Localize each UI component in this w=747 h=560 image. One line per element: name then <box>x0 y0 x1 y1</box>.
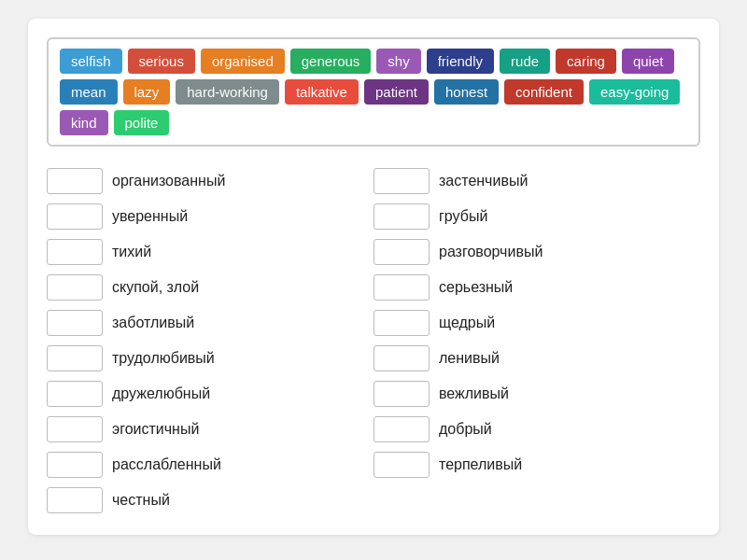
answer-box-right-8[interactable] <box>374 452 430 478</box>
answer-box-left-2[interactable] <box>47 239 103 265</box>
answer-box-right-5[interactable] <box>374 345 430 371</box>
answer-box-left-4[interactable] <box>47 310 103 336</box>
answer-box-right-6[interactable] <box>374 381 430 407</box>
word-chip-organised[interactable]: organised <box>201 49 285 74</box>
answer-box-left-5[interactable] <box>47 345 103 371</box>
match-label-left-1: уверенный <box>112 208 188 225</box>
left-match-row-3: скупой, злой <box>47 272 374 303</box>
answer-box-left-3[interactable] <box>47 274 103 301</box>
match-label-right-7: добрый <box>439 421 492 438</box>
match-label-left-6: дружелюбный <box>112 385 210 402</box>
answer-box-right-3[interactable] <box>374 274 430 301</box>
word-chip-honest[interactable]: honest <box>434 79 499 105</box>
match-label-right-2: разговорчивый <box>439 244 543 260</box>
left-match-row-6: дружелюбный <box>47 378 374 410</box>
right-match-row-1: грубый <box>374 201 700 232</box>
match-label-right-6: вежливый <box>439 385 509 402</box>
word-bank: selfishseriousorganisedgenerousshyfriend… <box>47 37 700 147</box>
match-label-right-5: ленивый <box>439 350 500 367</box>
match-label-right-1: грубый <box>439 208 487 225</box>
right-match-row-0: застенчивый <box>374 165 700 197</box>
match-label-left-2: тихий <box>112 244 151 260</box>
word-chip-patient[interactable]: patient <box>364 79 429 105</box>
word-chip-selfish[interactable]: selfish <box>60 49 122 74</box>
word-chip-mean[interactable]: mean <box>60 79 118 105</box>
answer-box-right-7[interactable] <box>374 416 430 442</box>
right-match-row-3: серьезный <box>374 272 700 303</box>
left-match-row-0: организованный <box>47 165 374 197</box>
right-match-row-6: вежливый <box>374 378 700 410</box>
right-match-row-7: добрый <box>374 413 700 445</box>
match-label-left-7: эгоистичный <box>112 421 199 438</box>
left-column: организованныйуверенныйтихийскупой, злой… <box>47 165 374 516</box>
left-match-row-4: заботливый <box>47 307 374 339</box>
answer-box-left-0[interactable] <box>47 168 103 194</box>
word-chip-lazy[interactable]: lazy <box>123 79 171 105</box>
match-label-left-8: расслабленный <box>112 456 221 473</box>
match-label-right-0: застенчивый <box>439 173 528 189</box>
word-chip-friendly[interactable]: friendly <box>427 49 494 74</box>
word-chip-hard-working[interactable]: hard-working <box>176 79 279 105</box>
match-label-right-8: терпеливый <box>439 456 522 473</box>
match-label-left-5: трудолюбивый <box>112 350 215 367</box>
answer-box-left-1[interactable] <box>47 203 103 230</box>
word-chip-generous[interactable]: generous <box>290 49 372 74</box>
match-label-left-3: скупой, злой <box>112 279 199 296</box>
answer-box-right-4[interactable] <box>374 310 430 336</box>
right-match-row-2: разговорчивый <box>374 236 700 268</box>
word-chip-caring[interactable]: caring <box>556 49 616 74</box>
main-container: selfishseriousorganisedgenerousshyfriend… <box>28 19 719 535</box>
word-chip-confident[interactable]: confident <box>504 79 584 105</box>
answer-box-right-1[interactable] <box>374 203 430 230</box>
answer-box-left-8[interactable] <box>47 452 103 478</box>
left-match-row-2: тихий <box>47 236 374 268</box>
word-chip-kind[interactable]: kind <box>60 110 108 135</box>
match-label-left-4: заботливый <box>112 315 194 331</box>
match-label-left-0: организованный <box>112 173 225 189</box>
match-label-left-9: честный <box>112 492 170 509</box>
right-match-row-5: ленивый <box>374 343 700 374</box>
word-chip-easy-going[interactable]: easy-going <box>589 79 680 105</box>
right-column: застенчивыйгрубыйразговорчивыйсерьезныйщ… <box>374 165 700 516</box>
left-match-row-9: честный <box>47 484 374 516</box>
left-match-row-5: трудолюбивый <box>47 343 374 374</box>
left-match-row-1: уверенный <box>47 201 374 232</box>
answer-box-left-7[interactable] <box>47 416 103 442</box>
word-chip-serious[interactable]: serious <box>128 49 195 74</box>
match-label-right-3: серьезный <box>439 279 513 296</box>
answer-box-left-6[interactable] <box>47 381 103 407</box>
word-chip-shy[interactable]: shy <box>376 49 420 74</box>
answer-box-right-0[interactable] <box>374 168 430 194</box>
word-chip-rude[interactable]: rude <box>500 49 550 74</box>
right-match-row-4: щедрый <box>374 307 700 339</box>
word-chip-polite[interactable]: polite <box>114 110 170 135</box>
answer-box-left-9[interactable] <box>47 487 103 513</box>
match-label-right-4: щедрый <box>439 315 495 331</box>
right-match-row-8: терпеливый <box>374 449 700 481</box>
left-match-row-8: расслабленный <box>47 449 374 481</box>
answer-box-right-2[interactable] <box>374 239 430 265</box>
left-match-row-7: эгоистичный <box>47 413 374 445</box>
word-chip-quiet[interactable]: quiet <box>622 49 675 74</box>
word-chip-talkative[interactable]: talkative <box>285 79 359 105</box>
matching-area: организованныйуверенныйтихийскупой, злой… <box>47 165 700 516</box>
